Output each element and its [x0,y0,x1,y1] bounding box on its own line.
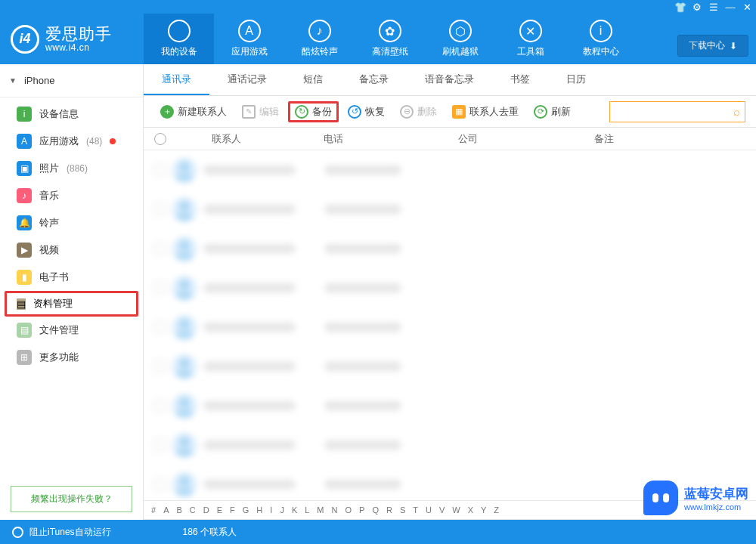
nav-item[interactable]: ✕工具箱 [495,14,565,64]
alpha-letter[interactable]: M [317,505,324,515]
alpha-letter[interactable]: E [217,505,222,515]
col-contact[interactable]: 联系人 [177,132,324,146]
alpha-letter[interactable]: H [256,505,262,515]
sidebar-item[interactable]: ▤文件管理 [0,317,143,344]
col-company[interactable]: 公司 [458,132,594,146]
row-checkbox[interactable] [154,321,166,333]
alpha-letter[interactable]: W [452,505,460,515]
row-checkbox[interactable] [154,203,166,215]
alpha-letter[interactable]: P [359,505,364,515]
dedup-button[interactable]: ▦ 联系人去重 [446,102,525,122]
alpha-letter[interactable]: L [305,505,309,515]
alpha-letter[interactable]: J [280,505,284,515]
select-all-checkbox[interactable] [154,133,166,145]
sidebar-item[interactable]: ▶视频 [0,236,143,264]
table-row[interactable] [144,347,756,386]
new-contact-button[interactable]: ＋ 新建联系人 [154,102,233,122]
alpha-letter[interactable]: C [190,505,196,515]
nav-item[interactable]: ✿高清壁纸 [355,14,425,64]
alpha-letter[interactable]: B [176,505,181,515]
alpha-letter[interactable]: T [413,505,418,515]
avatar [172,354,197,379]
row-checkbox[interactable] [154,243,166,255]
minimize-icon[interactable]: — [724,1,736,13]
sidebar-item[interactable]: ▮电子书 [0,264,143,291]
table-row[interactable] [144,308,756,347]
contact-name [204,165,295,175]
status-itunes-label: 阻止iTunes自动运行 [29,526,111,539]
sidebar-item[interactable]: 🔔铃声 [0,209,143,236]
tab[interactable]: 通讯录 [144,64,209,95]
col-phone[interactable]: 电话 [324,132,458,146]
alpha-letter[interactable]: X [468,505,473,515]
row-checkbox[interactable] [154,400,166,412]
alpha-letter[interactable]: Y [481,505,486,515]
column-header: 联系人 电话 公司 备注 [144,128,756,150]
tab[interactable]: 短信 [285,64,341,95]
table-row[interactable] [144,150,756,190]
row-checkbox[interactable] [154,439,166,451]
sidebar-item[interactable]: i设备信息 [0,100,143,128]
row-checkbox[interactable] [154,282,166,294]
row-checkbox[interactable] [154,360,166,372]
troubleshoot-link[interactable]: 频繁出现操作失败？ [11,486,132,512]
search-icon[interactable]: ⌕ [733,105,740,118]
alpha-letter[interactable]: I [270,505,272,515]
tab[interactable]: 备忘录 [341,64,407,95]
backup-button[interactable]: ↻ 备份 [295,105,332,119]
search-box[interactable]: ⌕ [609,101,745,122]
table-row[interactable] [144,425,756,465]
alpha-letter[interactable]: U [426,505,432,515]
restore-button[interactable]: ↺ 恢复 [342,102,391,122]
tab[interactable]: 书签 [492,64,548,95]
table-row[interactable] [144,268,756,308]
col-note[interactable]: 备注 [594,132,756,146]
tab[interactable]: 日历 [548,64,604,95]
nav-item[interactable]: 我的设备 [144,14,214,64]
alpha-letter[interactable]: N [332,505,338,515]
sidebar-item[interactable]: ▣照片(886) [0,155,143,182]
menu-icon[interactable]: ☰ [708,1,720,13]
refresh-button[interactable]: ⟳ 刷新 [528,102,577,122]
avatar [172,276,197,300]
table-row[interactable] [144,386,756,425]
nav-item[interactable]: ♪酷炫铃声 [284,14,355,64]
alpha-letter[interactable]: A [163,505,169,515]
alpha-letter[interactable]: F [230,505,235,515]
alpha-letter[interactable]: D [203,505,209,515]
alpha-letter[interactable]: V [439,505,445,515]
alpha-letter[interactable]: K [292,505,297,515]
sidebar-label: 铃声 [39,216,59,230]
contact-phone [325,283,401,292]
alpha-letter[interactable]: # [151,505,156,515]
table-row[interactable] [144,190,756,229]
download-center-button[interactable]: 下载中心 ⬇ [677,35,748,57]
gear-icon[interactable]: ⚙ [691,1,703,13]
table-row[interactable] [144,229,756,268]
delete-button[interactable]: ⊖ 删除 [394,102,443,122]
alpha-letter[interactable]: G [243,505,249,515]
sidebar-item[interactable]: ⊞更多功能 [0,344,143,371]
row-checkbox[interactable] [154,164,166,176]
sidebar-item[interactable]: A应用游戏(48) [0,128,143,155]
tab[interactable]: 语音备忘录 [407,64,492,95]
alpha-letter[interactable]: O [345,505,352,515]
row-checkbox[interactable] [154,478,166,490]
sidebar-item[interactable]: ♪音乐 [0,182,143,209]
tab[interactable]: 通话记录 [209,64,285,95]
nav-item[interactable]: ⬡刷机越狱 [425,14,495,64]
alpha-letter[interactable]: Z [494,505,499,515]
edit-button[interactable]: ✎ 编辑 [236,102,285,122]
close-icon[interactable]: ✕ [741,1,753,13]
device-selector[interactable]: ▼ iPhone [0,64,143,97]
alpha-letter[interactable]: S [400,505,405,515]
alpha-letter[interactable]: R [386,505,392,515]
nav-item[interactable]: A应用游戏 [214,14,284,64]
theme-icon[interactable]: 👕 [674,1,686,13]
status-left[interactable]: 阻止iTunes自动运行 [12,526,111,539]
sidebar-label: 音乐 [39,189,59,202]
nav-item[interactable]: i教程中心 [565,14,636,64]
alpha-letter[interactable]: Q [372,505,379,515]
search-input[interactable] [615,107,733,117]
sidebar-item[interactable]: ▤资料管理 [5,291,138,317]
